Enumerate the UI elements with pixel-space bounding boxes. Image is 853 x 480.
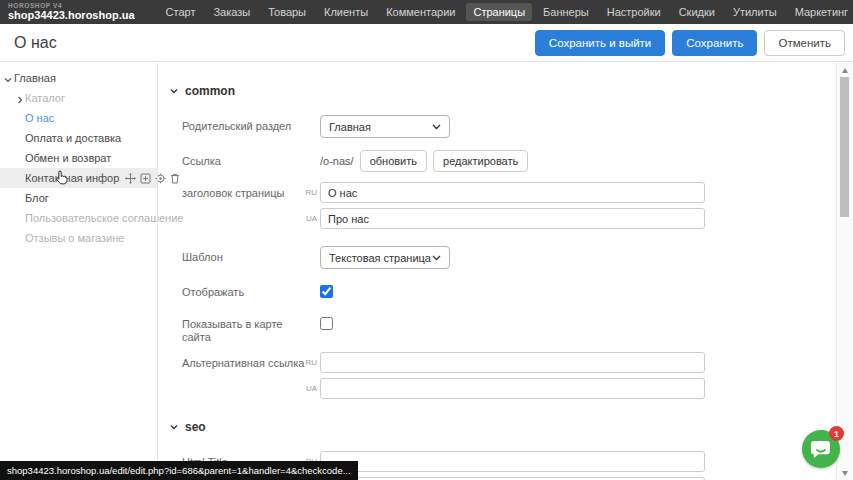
move-icon[interactable] — [125, 173, 136, 184]
scrollbar-thumb[interactable] — [840, 77, 849, 217]
lang-tag-ru: RU — [305, 188, 317, 197]
chat-icon — [810, 439, 832, 460]
page-body: Главная Каталог О нас Оплата и доставка … — [0, 63, 836, 480]
field-label: Ссылка — [182, 150, 305, 168]
chevron-down-icon — [432, 124, 441, 130]
parent-section-select[interactable]: Главная — [320, 115, 450, 138]
section-title: seo — [185, 420, 206, 434]
tree-item-polzovatelskoe-soglashenie[interactable]: Пользовательское соглашение — [0, 208, 157, 228]
menu-item-comments[interactable]: Комментарии — [379, 3, 462, 21]
scrollbar-down-icon[interactable] — [837, 466, 853, 480]
tree-item-label: Каталог — [25, 92, 65, 104]
section-common-header[interactable]: common — [170, 83, 836, 99]
menu-item-banners[interactable]: Баннеры — [536, 3, 596, 21]
tree-item-otzyvy-o-magazine[interactable]: Отзывы о магазине — [0, 228, 157, 248]
pages-tree-sidebar: Главная Каталог О нас Оплата и доставка … — [0, 63, 157, 480]
field-parent-section: Родительский раздел Главная — [182, 115, 836, 138]
tree-item-label: Главная — [14, 72, 56, 84]
field-label: заголовок страницы — [182, 182, 305, 200]
menu-item-products[interactable]: Товары — [261, 3, 313, 21]
chat-badge: 1 — [829, 426, 844, 441]
tree-item-label: Оплата и доставка — [25, 132, 121, 144]
tree-item-label: Отзывы о магазине — [25, 232, 124, 244]
html-title-ru-input[interactable] — [320, 451, 705, 472]
chat-widget-button[interactable]: 1 — [802, 430, 840, 468]
tree-item-kontaktnaya-infor[interactable]: Контактная инфор — [0, 168, 157, 188]
page-edit-form: common Родительский раздел Главная Ссылк… — [157, 63, 836, 480]
app-window: HOROSHOP V4 shop34423.horoshop.ua Старт … — [0, 0, 853, 480]
field-alt-link: Альтернативная ссылка RU UA — [182, 352, 836, 399]
field-link: Ссылка /o-nas/ обновить редактировать — [182, 150, 836, 172]
template-select[interactable]: Текстовая страница — [320, 246, 450, 269]
field-display: Отображать — [182, 281, 836, 299]
caret-down-icon[interactable] — [4, 74, 12, 86]
field-label: Родительский раздел — [182, 115, 305, 133]
field-label: Альтернативная ссылка — [182, 352, 305, 370]
menu-item-utilities[interactable]: Утилиты — [726, 3, 784, 21]
field-page-title: заголовок страницы RU UA — [182, 182, 836, 229]
menu-item-clients[interactable]: Клиенты — [317, 3, 375, 21]
save-and-exit-button[interactable]: Сохранить и выйти — [535, 30, 665, 56]
link-path-value: /o-nas/ — [320, 155, 354, 167]
page-title-ru-input[interactable] — [320, 182, 705, 203]
display-checkbox[interactable] — [320, 285, 333, 298]
section-seo-header[interactable]: seo — [170, 419, 836, 435]
save-button[interactable]: Сохранить — [672, 30, 757, 56]
shop-domain-label: shop34423.horoshop.ua — [8, 10, 135, 21]
tree-item-o-nas[interactable]: О нас — [0, 108, 157, 128]
field-template: Шаблон Текстовая страница — [182, 246, 836, 269]
refresh-link-button[interactable]: обновить — [360, 150, 427, 172]
menu-item-discounts[interactable]: Скидки — [672, 3, 722, 21]
tree-item-glavnaya[interactable]: Главная — [0, 68, 157, 88]
menu-item-settings[interactable]: Настройки — [600, 3, 668, 21]
collapse-icon[interactable] — [170, 84, 178, 98]
top-navigation-bar: HOROSHOP V4 shop34423.horoshop.ua Старт … — [0, 0, 853, 24]
main-menu: Старт Заказы Товары Клиенты Комментарии … — [159, 3, 853, 21]
tree-item-blog[interactable]: Блог — [0, 188, 157, 208]
cancel-button[interactable]: Отменить — [764, 30, 845, 56]
alt-link-ua-input[interactable] — [320, 378, 705, 399]
page-title-ua-input[interactable] — [320, 208, 705, 229]
tree-item-label: Блог — [25, 192, 49, 204]
tree-item-label: Обмен и возврат — [25, 152, 111, 164]
shop-logo[interactable]: HOROSHOP V4 shop34423.horoshop.ua — [8, 3, 135, 22]
menu-item-orders[interactable]: Заказы — [206, 3, 257, 21]
tree-item-label: О нас — [25, 112, 54, 124]
tree-item-label: Контактная инфор — [25, 172, 119, 184]
header-actions: Сохранить и выйти Сохранить Отменить — [535, 30, 845, 56]
collapse-icon[interactable] — [170, 420, 178, 434]
menu-item-marketing[interactable]: Маркетинг — [788, 3, 853, 21]
select-value: Главная — [329, 121, 371, 133]
tree-item-obmen-i-vozvrat[interactable]: Обмен и возврат — [0, 148, 157, 168]
tree-item-oplata-i-dostavka[interactable]: Оплата и доставка — [0, 128, 157, 148]
lang-tag-ua: UA — [305, 214, 317, 223]
field-sitemap: Показывать в карте сайта — [182, 313, 836, 344]
page-header: О нас Сохранить и выйти Сохранить Отмени… — [0, 24, 853, 62]
lang-tag-ua: UA — [305, 384, 317, 393]
select-value: Текстовая страница — [329, 252, 431, 264]
add-icon[interactable] — [140, 173, 151, 184]
scrollbar-up-icon[interactable] — [837, 63, 853, 77]
field-label: Шаблон — [182, 246, 305, 264]
page-title: О нас — [14, 34, 57, 52]
caret-right-icon[interactable] — [16, 94, 24, 106]
alt-link-ru-input[interactable] — [320, 352, 705, 373]
html-title-ua-input[interactable] — [320, 477, 705, 480]
edit-link-button[interactable]: редактировать — [433, 150, 528, 172]
lang-tag-ru: RU — [305, 358, 317, 367]
chevron-down-icon — [432, 255, 441, 261]
menu-item-pages[interactable]: Страницы — [466, 3, 532, 21]
field-label: Показывать в карте сайта — [182, 313, 305, 344]
field-label: Отображать — [182, 281, 305, 299]
status-url: shop34423.horoshop.ua/edit/edit.php?id=6… — [0, 461, 358, 480]
section-title: common — [185, 84, 235, 98]
tree-item-katalog[interactable]: Каталог — [0, 88, 157, 108]
vertical-scrollbar[interactable] — [836, 63, 853, 480]
sitemap-checkbox[interactable] — [320, 317, 333, 330]
menu-item-start[interactable]: Старт — [159, 3, 203, 21]
